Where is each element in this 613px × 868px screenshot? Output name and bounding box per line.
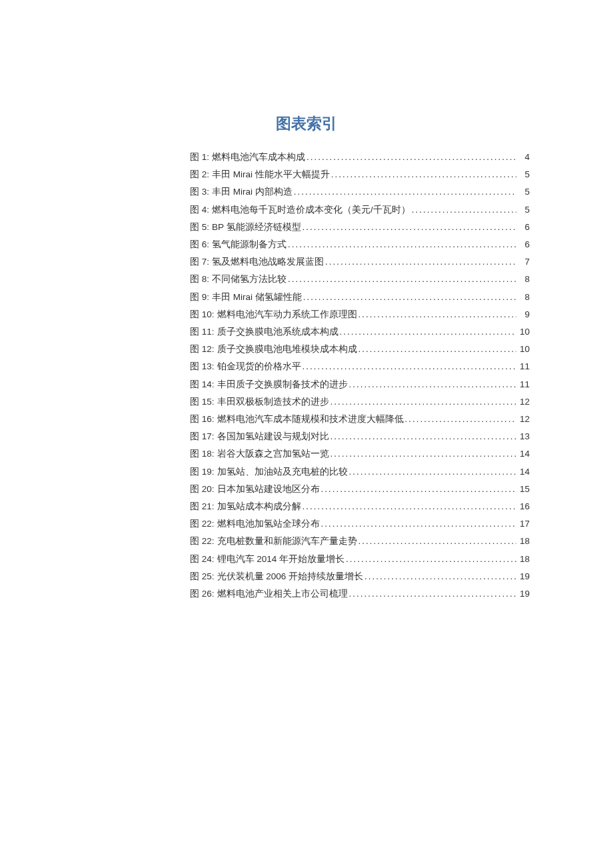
index-entry-page: 18 bbox=[518, 533, 530, 550]
index-entry-title: 日本加氢站建设地区分布 bbox=[217, 481, 320, 498]
index-entry-title: 丰田双极板制造技术的进步 bbox=[217, 393, 329, 411]
index-entry-page: 6 bbox=[518, 219, 530, 236]
index-entry-leader-dots bbox=[358, 341, 516, 358]
index-entry-page: 12 bbox=[518, 393, 530, 411]
index-entry-title: 不同储氢方法比较 bbox=[212, 271, 287, 288]
index-entry[interactable]: 图 26:燃料电池产业相关上市公司梳理19 bbox=[190, 585, 530, 603]
index-entry-page: 7 bbox=[518, 253, 530, 271]
index-entry-label: 图 22: bbox=[190, 533, 215, 550]
index-entry[interactable]: 图 21:加氢站成本构成分解16 bbox=[190, 498, 530, 515]
index-entry-leader-dots bbox=[346, 551, 516, 568]
index-entry[interactable]: 图 7:氢及燃料电池战略发展蓝图7 bbox=[190, 253, 530, 271]
index-entry-label: 图 8: bbox=[190, 271, 209, 288]
index-entry-leader-dots bbox=[321, 515, 516, 533]
index-entry-label: 图 18: bbox=[190, 445, 215, 463]
index-entry-title: 铂金现货的价格水平 bbox=[217, 358, 301, 375]
index-entry-title: 燃料电池每千瓦时造价成本变化（美元/千瓦时） bbox=[212, 201, 410, 219]
index-entry[interactable]: 图 11:质子交换膜电池系统成本构成10 bbox=[190, 323, 530, 341]
index-entry-page: 19 bbox=[518, 568, 530, 585]
index-entry[interactable]: 图 12:质子交换膜电池电堆模块成本构成10 bbox=[190, 341, 530, 358]
index-entry[interactable]: 图 5:BP 氢能源经济链模型6 bbox=[190, 219, 530, 236]
index-entry[interactable]: 图 6:氢气能源制备方式6 bbox=[190, 236, 530, 253]
index-entry[interactable]: 图 18:岩谷大阪森之宫加氢站一览14 bbox=[190, 445, 530, 463]
index-entry-title: 燃料电池汽车成本随规模和技术进度大幅降低 bbox=[217, 411, 404, 428]
index-entry-label: 图 20: bbox=[190, 481, 215, 498]
index-entry-leader-dots bbox=[349, 376, 516, 393]
index-entry[interactable]: 图 14:丰田质子交换膜制备技术的进步11 bbox=[190, 376, 530, 393]
index-entry-title: BP 氢能源经济链模型 bbox=[212, 219, 301, 236]
index-entry-leader-dots bbox=[331, 166, 516, 183]
index-entry-label: 图 2: bbox=[190, 166, 209, 183]
index-entry-page: 4 bbox=[518, 149, 530, 166]
index-entry-title: 加氢站、加油站及充电桩的比较 bbox=[217, 463, 348, 481]
index-entry-page: 14 bbox=[518, 445, 530, 463]
index-entry[interactable]: 图 17:各国加氢站建设与规划对比13 bbox=[190, 428, 530, 445]
index-entry-leader-dots bbox=[288, 271, 516, 288]
index-entry-leader-dots bbox=[288, 236, 516, 253]
index-entry[interactable]: 图 9:丰田 Mirai 储氢罐性能8 bbox=[190, 289, 530, 306]
index-entry-leader-dots bbox=[321, 481, 516, 498]
index-entry-leader-dots bbox=[303, 498, 516, 515]
index-entry[interactable]: 图 25:光伏装机量 2006 开始持续放量增长19 bbox=[190, 568, 530, 585]
index-entry[interactable]: 图 13:铂金现货的价格水平11 bbox=[190, 358, 530, 375]
index-entry-leader-dots bbox=[330, 445, 516, 463]
index-entry[interactable]: 图 19:加氢站、加油站及充电桩的比较14 bbox=[190, 463, 530, 481]
index-entry-label: 图 13: bbox=[190, 358, 215, 375]
index-entry-label: 图 14: bbox=[190, 376, 215, 393]
index-entry-label: 图 5: bbox=[190, 219, 209, 236]
index-entry[interactable]: 图 24:锂电汽车 2014 年开始放量增长18 bbox=[190, 551, 530, 568]
index-entry-leader-dots bbox=[294, 183, 516, 201]
figure-index-list: 图 1:燃料电池汽车成本构成4图 2:丰田 Mirai 性能水平大幅提升5图 3… bbox=[190, 149, 530, 603]
index-entry[interactable]: 图 2:丰田 Mirai 性能水平大幅提升5 bbox=[190, 166, 530, 183]
index-entry-label: 图 10: bbox=[190, 306, 215, 323]
index-entry-page: 18 bbox=[518, 551, 530, 568]
index-entry[interactable]: 图 20:日本加氢站建设地区分布15 bbox=[190, 481, 530, 498]
index-entry-label: 图 26: bbox=[190, 585, 215, 603]
index-entry-page: 8 bbox=[518, 289, 530, 306]
index-entry-leader-dots bbox=[303, 358, 516, 375]
index-entry[interactable]: 图 15:丰田双极板制造技术的进步12 bbox=[190, 393, 530, 411]
index-entry-title: 氢气能源制备方式 bbox=[212, 236, 287, 253]
index-entry[interactable]: 图 22:燃料电池加氢站全球分布17 bbox=[190, 515, 530, 533]
index-entry-page: 11 bbox=[518, 358, 530, 375]
index-entry-title: 丰田 Mirai 性能水平大幅提升 bbox=[212, 166, 330, 183]
index-entry-page: 15 bbox=[518, 481, 530, 498]
index-entry-leader-dots bbox=[340, 323, 516, 341]
index-entry-title: 燃料电池产业相关上市公司梳理 bbox=[217, 585, 348, 603]
index-entry-title: 燃料电池汽车成本构成 bbox=[212, 149, 305, 166]
index-entry-leader-dots bbox=[330, 428, 516, 445]
index-entry-leader-dots bbox=[303, 219, 516, 236]
index-entry-title: 各国加氢站建设与规划对比 bbox=[217, 428, 329, 445]
index-entry-title: 燃料电池加氢站全球分布 bbox=[217, 515, 320, 533]
index-entry-page: 10 bbox=[518, 323, 530, 341]
index-entry-title: 质子交换膜电池电堆模块成本构成 bbox=[217, 341, 357, 358]
index-entry[interactable]: 图 3:丰田 Mirai 内部构造5 bbox=[190, 183, 530, 201]
index-entry-label: 图 7: bbox=[190, 253, 209, 271]
index-entry[interactable]: 图 10:燃料电池汽车动力系统工作原理图9 bbox=[190, 306, 530, 323]
index-entry[interactable]: 图 22:充电桩数量和新能源汽车产量走势18 bbox=[190, 533, 530, 550]
index-entry-page: 12 bbox=[518, 411, 530, 428]
index-entry-label: 图 25: bbox=[190, 568, 215, 585]
index-entry[interactable]: 图 16:燃料电池汽车成本随规模和技术进度大幅降低12 bbox=[190, 411, 530, 428]
index-entry-leader-dots bbox=[405, 411, 516, 428]
index-entry-title: 充电桩数量和新能源汽车产量走势 bbox=[217, 533, 357, 550]
index-entry[interactable]: 图 8:不同储氢方法比较8 bbox=[190, 271, 530, 288]
index-entry-leader-dots bbox=[349, 463, 516, 481]
index-entry-label: 图 15: bbox=[190, 393, 215, 411]
index-entry-title: 丰田 Mirai 储氢罐性能 bbox=[212, 289, 302, 306]
index-entry-page: 10 bbox=[518, 341, 530, 358]
index-entry-page: 5 bbox=[518, 201, 530, 219]
index-heading: 图表索引 bbox=[83, 113, 530, 134]
index-entry-title: 质子交换膜电池系统成本构成 bbox=[217, 323, 338, 341]
index-entry-label: 图 19: bbox=[190, 463, 215, 481]
index-entry[interactable]: 图 1:燃料电池汽车成本构成4 bbox=[190, 149, 530, 166]
index-entry[interactable]: 图 4:燃料电池每千瓦时造价成本变化（美元/千瓦时）5 bbox=[190, 201, 530, 219]
index-entry-page: 14 bbox=[518, 463, 530, 481]
index-entry-page: 8 bbox=[518, 271, 530, 288]
index-entry-leader-dots bbox=[358, 306, 516, 323]
index-entry-title: 加氢站成本构成分解 bbox=[217, 498, 301, 515]
index-entry-page: 5 bbox=[518, 166, 530, 183]
index-entry-label: 图 9: bbox=[190, 289, 209, 306]
index-entry-leader-dots bbox=[412, 201, 516, 219]
index-entry-leader-dots bbox=[364, 568, 516, 585]
